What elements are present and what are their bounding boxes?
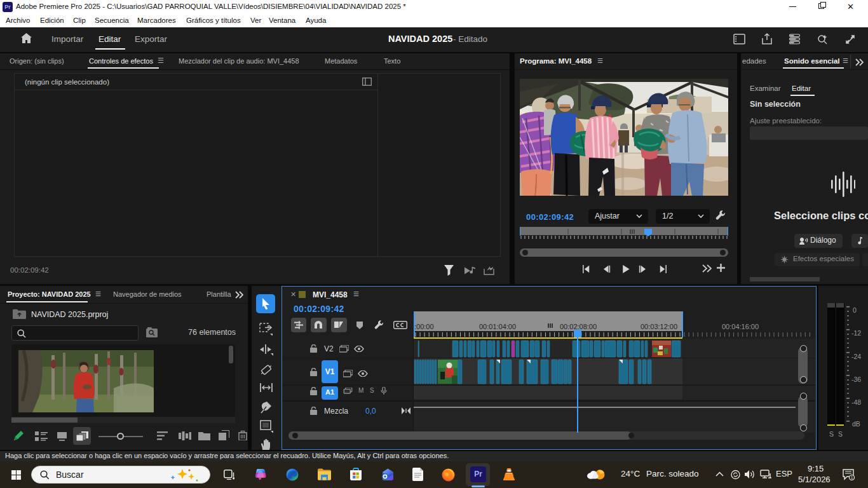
svg-text:1: 1	[851, 475, 853, 480]
